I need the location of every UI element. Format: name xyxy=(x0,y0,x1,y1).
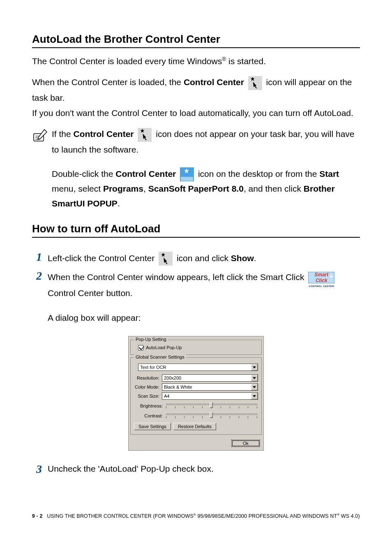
popup-setting-group: Pop-Up Setting AutoLoad Pop-Up xyxy=(130,340,262,355)
chevron-down-icon[interactable] xyxy=(251,393,258,399)
heading-autoload: AutoLoad the Brother Control Center xyxy=(32,33,360,48)
bold-show: Show xyxy=(231,253,254,263)
footer-text: WS 4.0) xyxy=(339,514,360,519)
text: . xyxy=(254,253,256,263)
contrast-label: Contrast: xyxy=(134,413,163,418)
step-number: 1 xyxy=(32,250,42,264)
chevron-down-icon[interactable] xyxy=(251,364,258,371)
text: , and then click xyxy=(244,184,304,193)
resolution-label: Resolution: xyxy=(134,375,159,380)
bold-control-center: Control Center xyxy=(184,77,244,87)
page-number: 9 - 2 xyxy=(32,514,43,519)
step-body: When the Control Center window appears, … xyxy=(48,269,360,324)
bold-control-center: Control Center xyxy=(115,169,176,178)
brightness-label: Brightness: xyxy=(134,403,163,408)
scansize-combo[interactable]: A4 xyxy=(162,392,258,400)
footer-text: 95/98/98SE/ME/2000 PROFESSIONAL AND WIND… xyxy=(196,514,337,519)
save-settings-button[interactable]: Save Settings xyxy=(134,423,171,430)
note-block: If the Control Center icon does not appe… xyxy=(32,126,360,211)
step-2: 2 When the Control Center window appears… xyxy=(32,269,360,324)
combo-value: 200x200 xyxy=(162,375,251,380)
contrast-slider[interactable] xyxy=(165,412,258,419)
global-scanner-settings-group: Global Scanner Settings Text for OCR Res… xyxy=(130,357,262,435)
bold-start: Start xyxy=(319,169,339,178)
group-legend: Global Scanner Settings xyxy=(134,354,186,359)
control-center-desktop-icon xyxy=(180,167,194,181)
heading-how-to-turn-off: How to turn off AutoLoad xyxy=(32,222,360,238)
group-legend: Pop-Up Setting xyxy=(134,337,168,342)
step-1: 1 Left-click the Control Center icon and… xyxy=(32,250,360,266)
text: When the Control Center window appears, … xyxy=(48,272,307,282)
reg-mark: ® xyxy=(222,56,226,62)
resolution-combo[interactable]: 200x200 xyxy=(162,374,258,382)
text: , xyxy=(143,184,148,193)
text: . xyxy=(118,199,120,208)
control-center-tray-icon xyxy=(159,252,173,266)
control-center-tray-icon xyxy=(138,128,152,142)
control-center-tray-icon xyxy=(248,76,262,90)
preset-combo[interactable]: Text for OCR xyxy=(138,364,258,371)
step-body: Left-click the Control Center icon and c… xyxy=(48,250,360,266)
text: Left-click the Control Center xyxy=(48,253,157,263)
text: If the xyxy=(52,129,74,139)
scansize-label: Scan Size: xyxy=(134,394,159,398)
step-number: 2 xyxy=(32,269,42,283)
text: The Control Center is loaded every time … xyxy=(32,56,222,66)
bold-control-center: Control Center xyxy=(74,129,134,139)
autoload-popup-label: AutoLoad Pop-Up xyxy=(146,345,182,350)
chevron-down-icon[interactable] xyxy=(251,384,258,390)
step-3: 3 Uncheck the 'AutoLoad' Pop-Up check bo… xyxy=(32,462,360,476)
settings-dialog: Pop-Up Setting AutoLoad Pop-Up Global Sc… xyxy=(128,336,264,451)
text: When the Control Center is loaded, the xyxy=(32,77,184,87)
text: icon on the desktop or from the xyxy=(198,169,319,178)
paragraph-icon-taskbar: When the Control Center is loaded, the C… xyxy=(32,74,360,106)
text: menu, select xyxy=(52,184,103,193)
brightness-slider[interactable] xyxy=(165,402,258,410)
footer-text: USING THE BROTHER CONTROL CENTER (FOR WI… xyxy=(47,514,194,519)
text: icon and click xyxy=(174,253,231,263)
text: Double-click the xyxy=(52,169,115,178)
text: Control Center button. xyxy=(48,288,133,298)
autoload-popup-checkbox[interactable] xyxy=(138,345,143,350)
colormode-label: Color Mode: xyxy=(134,385,159,389)
paragraph-loaded-every-time: The Control Center is loaded every time … xyxy=(32,56,360,67)
page-footer: 9 - 2 USING THE BROTHER CONTROL CENTER (… xyxy=(32,513,360,519)
combo-value: A4 xyxy=(162,394,251,398)
colormode-combo[interactable]: Black & White xyxy=(162,383,258,391)
step-number: 3 xyxy=(32,462,42,476)
chevron-down-icon[interactable] xyxy=(251,375,258,381)
restore-defaults-button[interactable]: Restore Defaults xyxy=(173,423,216,430)
paragraph-turn-off-autoload: If you don't want the Control Center to … xyxy=(32,107,360,119)
step-body: Uncheck the 'AutoLoad' Pop-Up check box. xyxy=(48,462,360,475)
step-2-subtext: A dialog box will appear: xyxy=(48,311,360,324)
ok-button[interactable]: Ok xyxy=(231,440,260,447)
combo-value: Text for OCR xyxy=(138,365,251,370)
note-body: If the Control Center icon does not appe… xyxy=(52,126,360,211)
text: is started. xyxy=(226,56,266,66)
bold-paperport: ScanSoft PaperPort 8.0 xyxy=(148,184,244,193)
smart-click-icon: Smart ClickCONTROL CENTER xyxy=(308,272,334,283)
bold-programs: Programs xyxy=(103,184,143,193)
combo-value: Black & White xyxy=(162,385,251,389)
note-pencil-icon xyxy=(32,128,48,144)
